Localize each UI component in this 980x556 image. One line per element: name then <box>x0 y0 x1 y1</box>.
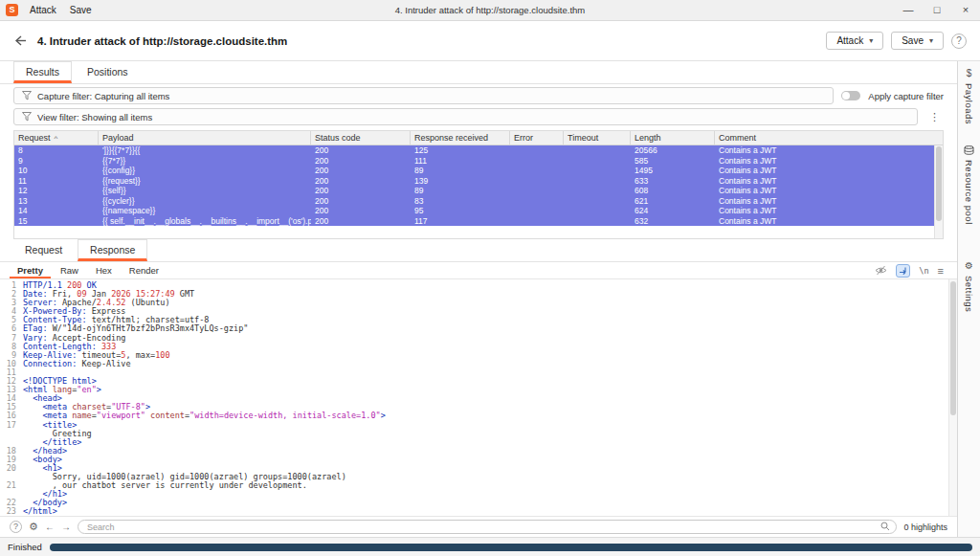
column-header-error[interactable]: Error <box>510 131 564 145</box>
cell-length: 608 <box>631 186 715 196</box>
sort-asc-icon: ^ <box>55 134 58 143</box>
hide-matches-icon[interactable] <box>875 265 887 276</box>
syntax-highlight-toggle-icon[interactable] <box>896 264 910 278</box>
code-line: 10Connection: Keep-Alive <box>0 360 957 368</box>
table-row[interactable]: 13{{cycler}}20083621Contains a JWT <box>14 196 943 207</box>
search-settings-gear-icon[interactable]: ⚙ <box>29 521 38 533</box>
dock-tab-resource-pool-label: Resource pool <box>964 160 974 225</box>
cell-timeout <box>564 156 631 167</box>
cell-length: 621 <box>631 196 715 207</box>
cell-request: 11 <box>14 176 99 187</box>
column-header-comment[interactable]: Comment <box>715 131 943 145</box>
highlights-count: 0 highlights <box>903 523 947 532</box>
table-row[interactable]: 14{{namespace}}20095624Contains a JWT <box>14 206 943 216</box>
cell-status: 200 <box>311 166 411 176</box>
editor-menu-icon[interactable]: ≡ <box>938 265 944 277</box>
cell-comment: Contains a JWT <box>715 206 943 216</box>
cell-length: 624 <box>631 206 715 216</box>
filter-funnel-icon <box>22 112 32 122</box>
code-line: 21 , our chatbot server is currently und… <box>0 481 957 490</box>
code-line: </h1> <box>0 490 957 499</box>
dock-tab-settings[interactable]: ⚙ Settings <box>964 261 974 312</box>
chevron-down-icon: ▾ <box>929 36 933 45</box>
save-button-label: Save <box>902 35 924 46</box>
table-row[interactable]: 12{{self}}20089608Contains a JWT <box>14 186 943 196</box>
table-scrollbar[interactable] <box>934 145 943 238</box>
attack-header: 4. Intruder attack of http://storage.clo… <box>0 21 980 61</box>
nonprintable-chars-icon[interactable]: \n <box>919 266 928 276</box>
line-number: 20 <box>0 464 23 473</box>
tab-response[interactable]: Response <box>78 239 147 261</box>
window-controls: — □ × <box>894 0 980 20</box>
cell-request: 9 <box>14 156 99 167</box>
capture-filter-bar[interactable]: Capture filter: Capturing all items <box>13 87 834 104</box>
view-filter-bar[interactable]: View filter: Showing all items <box>13 108 918 125</box>
resource-pool-icon <box>964 145 974 155</box>
cell-payload: {{namespace}} <box>99 206 311 216</box>
tab-positions[interactable]: Positions <box>76 62 140 83</box>
cell-payload: {{config}} <box>99 166 311 176</box>
column-header-length[interactable]: Length <box>631 131 715 145</box>
table-row[interactable]: 9{{7*7}}200111585Contains a JWT <box>14 156 943 167</box>
tab-request[interactable]: Request <box>13 240 74 261</box>
table-header: Request^PayloadStatus codeResponse recei… <box>14 131 943 145</box>
cell-error <box>510 186 564 196</box>
cell-payload: {{self}} <box>99 186 311 196</box>
prev-match-button[interactable]: ← <box>45 522 55 532</box>
dock-tab-resource-pool[interactable]: Resource pool <box>964 145 974 225</box>
column-header-received[interactable]: Response received <box>411 131 510 145</box>
view-filter-row: View filter: Showing all items ⋮ <box>0 105 957 126</box>
results-positions-tabs: Results Positions <box>0 61 957 84</box>
help-button[interactable]: ? <box>951 33 967 49</box>
dock-tab-payloads[interactable]: $ Payloads <box>964 69 974 124</box>
search-input[interactable] <box>78 520 898 534</box>
column-header-payload[interactable]: Payload <box>99 131 311 145</box>
cell-error <box>510 206 564 216</box>
search-help-icon[interactable]: ? <box>10 521 22 533</box>
attack-button-label: Attack <box>836 35 863 46</box>
maximize-button[interactable]: □ <box>923 0 951 20</box>
apply-capture-filter-toggle[interactable] <box>841 91 860 100</box>
table-row[interactable]: 10{{config}}200891495Contains a JWT <box>14 166 943 176</box>
line-number: 17 <box>0 421 23 430</box>
editor-scrollbar[interactable] <box>948 279 957 516</box>
editor-search-bar: ? ⚙ ← → 0 highlights <box>0 516 957 537</box>
response-code[interactable]: 1HTTP/1.1 200 OK2Date: Fri, 09 Jan 2026 … <box>0 279 957 516</box>
view-filter-menu-icon[interactable]: ⋮ <box>925 111 944 123</box>
attack-button[interactable]: Attack ▾ <box>826 32 883 50</box>
scrollbar-thumb[interactable] <box>950 281 956 415</box>
menu-save[interactable]: Save <box>68 5 94 15</box>
column-header-timeout[interactable]: Timeout <box>564 131 631 145</box>
results-table-wrap: Request^PayloadStatus codeResponse recei… <box>0 126 957 239</box>
menu-attack[interactable]: Attack <box>28 5 58 15</box>
subtab-render[interactable]: Render <box>122 263 167 278</box>
scrollbar-thumb[interactable] <box>936 146 942 221</box>
next-match-button[interactable]: → <box>61 522 71 532</box>
view-filter-label: View filter: Showing all items <box>37 112 152 122</box>
table-row[interactable]: 15{{ self.__init__.__globals__.__builtin… <box>14 216 943 227</box>
subtab-pretty[interactable]: Pretty <box>10 263 51 278</box>
cell-length: 1495 <box>631 166 715 176</box>
back-icon[interactable] <box>13 34 28 47</box>
code-line: 13<html lang="en"> <box>0 386 957 394</box>
code-line: 23</html> <box>0 507 957 516</box>
close-button[interactable]: × <box>951 0 980 20</box>
cell-request: 8 <box>14 145 99 156</box>
cell-length: 585 <box>631 156 715 167</box>
table-row[interactable]: 11{{request}}200139633Contains a JWT <box>14 176 943 187</box>
subtab-hex[interactable]: Hex <box>88 263 120 278</box>
minimize-button[interactable]: — <box>894 0 923 20</box>
cell-timeout <box>564 186 631 196</box>
tab-results[interactable]: Results <box>13 61 72 83</box>
save-button[interactable]: Save ▾ <box>891 32 944 50</box>
subtab-raw[interactable]: Raw <box>53 263 86 278</box>
column-header-status[interactable]: Status code <box>311 131 411 145</box>
line-number <box>0 430 23 438</box>
table-row[interactable]: 8']}}{{7*7}}{{20012520566Contains a JWT <box>14 145 943 156</box>
cell-payload: {{cycler}} <box>99 196 311 207</box>
cell-received: 89 <box>411 166 510 176</box>
column-header-request[interactable]: Request^ <box>14 131 99 145</box>
cell-comment: Contains a JWT <box>715 176 943 187</box>
cell-payload: ']}}{{7*7}}{{ <box>99 145 311 156</box>
code-line: 7Vary: Accept-Encoding <box>0 334 957 343</box>
